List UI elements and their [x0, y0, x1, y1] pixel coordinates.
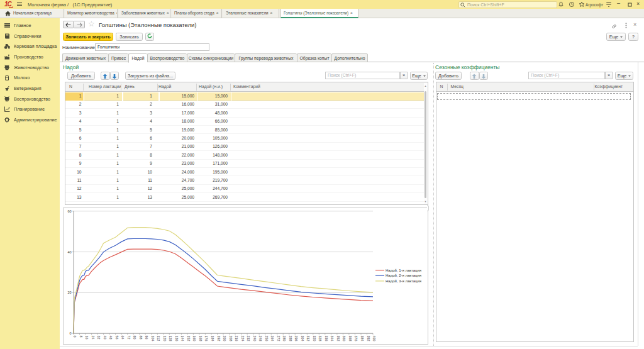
svg-text:208: 208 [229, 336, 233, 341]
svg-text:288: 288 [289, 336, 292, 341]
svg-text:0: 0 [69, 331, 71, 335]
svg-text:60: 60 [67, 209, 71, 213]
svg-text:112: 112 [157, 336, 160, 341]
svg-text:136: 136 [175, 336, 179, 341]
svg-text:40: 40 [67, 250, 71, 254]
svg-text:192: 192 [217, 336, 221, 341]
svg-text:40: 40 [103, 336, 107, 340]
svg-text:176: 176 [204, 336, 208, 341]
svg-text:296: 296 [294, 336, 298, 341]
svg-text:120: 120 [163, 336, 167, 341]
svg-text:20: 20 [67, 291, 71, 294]
svg-text:184: 184 [211, 336, 214, 341]
svg-text:Надой, 2-я лактация: Надой, 2-я лактация [386, 274, 421, 277]
svg-text:328: 328 [318, 336, 322, 341]
svg-text:320: 320 [313, 336, 316, 341]
svg-text:96: 96 [145, 336, 148, 340]
svg-text:264: 264 [270, 336, 274, 341]
svg-text:352: 352 [336, 336, 340, 341]
svg-text:24: 24 [91, 336, 95, 340]
svg-text:144: 144 [180, 336, 184, 341]
svg-text:8: 8 [79, 336, 83, 338]
svg-text:152: 152 [187, 336, 191, 341]
svg-text:280: 280 [282, 336, 286, 341]
svg-text:Надой, 1-я лактация: Надой, 1-я лактация [386, 269, 421, 272]
svg-text:344: 344 [330, 336, 334, 341]
svg-text:128: 128 [169, 336, 172, 341]
svg-text:384: 384 [360, 336, 364, 341]
svg-text:48: 48 [109, 336, 113, 340]
svg-text:72: 72 [127, 336, 131, 340]
svg-text:248: 248 [258, 336, 262, 341]
svg-text:312: 312 [306, 336, 310, 341]
svg-text:400: 400 [372, 336, 376, 341]
svg-text:0: 0 [73, 336, 77, 338]
svg-text:88: 88 [139, 336, 143, 340]
svg-text:168: 168 [199, 336, 203, 341]
svg-text:224: 224 [241, 336, 245, 341]
svg-text:360: 360 [342, 336, 346, 341]
svg-text:392: 392 [367, 336, 370, 341]
svg-text:160: 160 [192, 336, 196, 341]
svg-text:80: 80 [133, 336, 136, 340]
svg-text:336: 336 [325, 336, 328, 341]
svg-text:256: 256 [265, 336, 269, 341]
svg-text:32: 32 [97, 336, 101, 340]
svg-text:232: 232 [247, 336, 250, 341]
svg-text:368: 368 [348, 336, 352, 341]
svg-text:216: 216 [235, 336, 238, 341]
svg-text:56: 56 [115, 336, 119, 340]
svg-text:Надой, 3-я лактация: Надой, 3-я лактация [386, 279, 421, 283]
svg-text:272: 272 [277, 336, 280, 341]
svg-text:376: 376 [354, 336, 358, 341]
svg-text:64: 64 [121, 336, 125, 340]
svg-text:304: 304 [301, 336, 304, 341]
svg-text:16: 16 [85, 336, 89, 340]
svg-text:240: 240 [253, 336, 257, 341]
svg-text:200: 200 [223, 336, 226, 341]
svg-text:104: 104 [151, 336, 155, 341]
